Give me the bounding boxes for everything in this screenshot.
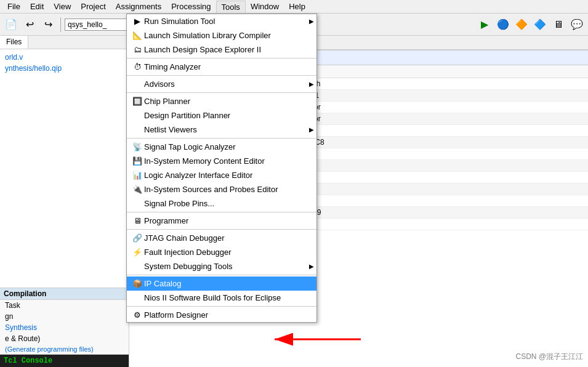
menu-item-platform[interactable]: ⚙Platform Designer — [127, 308, 316, 322]
menu-item-netlist[interactable]: Netlist Viewers▶ — [127, 123, 316, 137]
ip-catalog-label: IP Catalog — [144, 279, 181, 288]
chip-planner-label: Chip Planner — [144, 97, 190, 106]
platform-label: Platform Designer — [144, 310, 208, 320]
tools-dropdown-menu[interactable]: ▶Run Simulation Tool▶📐Launch Simulation … — [126, 14, 317, 323]
logic-analyzer-label: Logic Analyzer Interface Editor — [144, 171, 252, 180]
left-panel-tabs: Files — [0, 36, 129, 49]
menu-tools[interactable]: Tools — [216, 1, 246, 13]
toolbar-icon-6[interactable]: 💬 — [568, 16, 586, 33]
menu-help[interactable]: Help — [284, 1, 310, 12]
tcl-label: Tcl Console — [4, 357, 125, 365]
menu-item-signal-tap[interactable]: 📡Signal Tap Logic Analyzer — [127, 140, 316, 154]
timing-icon: ⏱ — [131, 62, 144, 71]
menu-item-logic-analyzer[interactable]: 📊Logic Analyzer Interface Editor — [127, 168, 316, 182]
nios-label: Nios II Software Build Tools for Eclipse — [144, 293, 281, 302]
menubar: File Edit View Project Assignments Proce… — [0, 0, 588, 14]
menu-item-fault[interactable]: ⚡Fault Injection Debugger — [127, 245, 316, 259]
toolbar-icon-3[interactable]: 🔶 — [513, 16, 530, 33]
menu-window[interactable]: Window — [246, 1, 284, 12]
task-generate[interactable]: (Generate programming files) — [0, 344, 129, 354]
menu-view[interactable]: View — [49, 1, 76, 12]
fault-label: Fault Injection Debugger — [144, 248, 232, 257]
toolbar-separator — [60, 17, 61, 32]
menu-item-advisors[interactable]: Advisors▶ — [127, 77, 316, 91]
timing-label: Timing Analyzer — [144, 62, 201, 71]
toolbar-icon-2[interactable]: 🔵 — [494, 16, 512, 33]
menu-item-programmer[interactable]: 🖥Programmer — [127, 214, 316, 228]
run-sim-icon: ▶ — [131, 17, 144, 26]
netlist-label: Netlist Viewers — [144, 125, 197, 134]
left-panel-content: orld.v ynthesis/hello.qip — [0, 49, 129, 288]
menu-project[interactable]: Project — [76, 1, 110, 12]
ip-catalog-icon: 📦 — [131, 279, 144, 288]
files-tab[interactable]: Files — [0, 36, 28, 49]
sources-probes-icon: 🔌 — [131, 185, 144, 194]
launch-sim-icon: 📐 — [131, 31, 144, 40]
programmer-label: Programmer — [144, 216, 188, 225]
launch-dse-icon: 🗂 — [131, 45, 144, 54]
menu-separator — [127, 275, 316, 275]
jtag-icon: 🔗 — [131, 233, 144, 243]
menu-item-launch-dse[interactable]: 🗂Launch Design Space Explorer II — [127, 42, 316, 57]
menu-separator — [127, 58, 316, 58]
task-panel-header: Compilation — [0, 288, 129, 300]
dpp-label: Design Partition Planner — [144, 111, 230, 120]
menu-separator — [127, 212, 316, 212]
undo-button[interactable]: ↩ — [21, 16, 38, 33]
menu-separator — [127, 138, 316, 139]
tcl-console: Tcl Console — [0, 354, 129, 367]
signal-probe-label: Signal Probe Pins... — [144, 199, 214, 208]
menu-item-sys-debug[interactable]: System Debugging Tools▶ — [127, 259, 316, 273]
toolbar-icon-1[interactable]: ▶ — [476, 16, 493, 33]
launch-sim-label: Launch Simulation Library Compiler — [144, 31, 271, 40]
signal-tap-icon: 📡 — [131, 142, 144, 151]
menu-separator — [127, 92, 316, 93]
file-item-2[interactable]: ynthesis/hello.qip — [2, 63, 126, 74]
menu-item-launch-sim[interactable]: 📐Launch Simulation Library Compiler — [127, 28, 316, 42]
toolbar-icon-4[interactable]: 🔷 — [531, 16, 549, 33]
launch-dse-label: Launch Design Space Explorer II — [144, 45, 261, 54]
logic-analyzer-icon: 📊 — [131, 171, 144, 180]
menu-file[interactable]: File — [2, 1, 25, 12]
task-header-label: Task — [0, 300, 129, 311]
menu-item-ip-catalog[interactable]: 📦IP Catalog — [127, 276, 316, 291]
signal-tap-label: Signal Tap Logic Analyzer — [144, 142, 236, 151]
run-sim-label: Run Simulation Tool — [144, 17, 215, 26]
run-sim-arrow: ▶ — [309, 18, 314, 25]
menu-separator — [127, 306, 316, 307]
left-panel: Files orld.v ynthesis/hello.qip Compilat… — [0, 36, 129, 367]
redo-button[interactable]: ↪ — [39, 16, 57, 33]
sys-debug-arrow: ▶ — [309, 263, 314, 270]
file-item-1[interactable]: orld.v — [2, 52, 126, 63]
netlist-arrow: ▶ — [309, 126, 314, 133]
memory-editor-icon: 💾 — [131, 156, 144, 166]
menu-item-sources-probes[interactable]: 🔌In-System Sources and Probes Editor — [127, 182, 316, 196]
task-panel: Compilation Task gn Synthesis e & Route)… — [0, 288, 129, 354]
platform-icon: ⚙ — [131, 310, 144, 320]
menu-item-chip-planner[interactable]: 🔲Chip Planner — [127, 94, 316, 108]
programmer-icon: 🖥 — [131, 216, 144, 225]
menu-separator — [127, 75, 316, 76]
menu-item-jtag[interactable]: 🔗JTAG Chain Debugger — [127, 231, 316, 245]
toolbar-icon-5[interactable]: 🖥 — [550, 16, 567, 33]
jtag-label: JTAG Chain Debugger — [144, 233, 225, 243]
task-route: e & Route) — [0, 333, 129, 344]
menu-item-nios[interactable]: Nios II Software Build Tools for Eclipse — [127, 291, 316, 305]
menu-separator — [127, 229, 316, 230]
fault-icon: ⚡ — [131, 248, 144, 257]
menu-item-memory-editor[interactable]: 💾In-System Memory Content Editor — [127, 154, 316, 168]
menu-processing[interactable]: Processing — [166, 1, 215, 12]
menu-assignments[interactable]: Assignments — [111, 1, 166, 12]
new-button[interactable]: 📄 — [2, 16, 20, 33]
menu-item-signal-probe[interactable]: Signal Probe Pins... — [127, 196, 316, 211]
menu-item-dpp[interactable]: Design Partition Planner — [127, 108, 316, 123]
advisors-label: Advisors — [144, 79, 175, 89]
menu-item-timing[interactable]: ⏱Timing Analyzer — [127, 60, 316, 74]
chip-planner-icon: 🔲 — [131, 97, 144, 106]
menu-item-run-sim[interactable]: ▶Run Simulation Tool▶ — [127, 14, 316, 28]
sources-probes-label: In-System Sources and Probes Editor — [144, 185, 278, 194]
menu-edit[interactable]: Edit — [25, 1, 49, 12]
advisors-arrow: ▶ — [309, 81, 314, 87]
task-gn: gn — [0, 311, 129, 322]
task-synthesis[interactable]: Synthesis — [0, 322, 129, 333]
